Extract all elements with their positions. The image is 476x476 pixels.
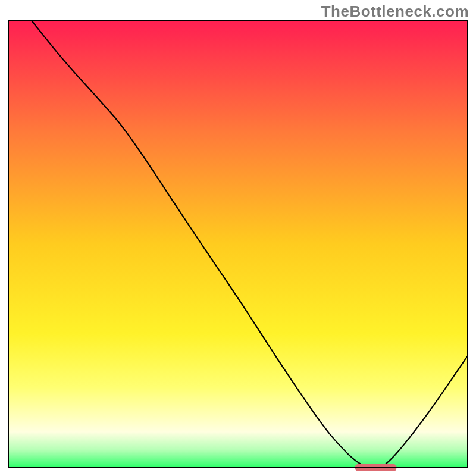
chart-canvas (0, 0, 476, 476)
plot-background (8, 20, 468, 468)
bottleneck-chart: TheBottleneck.com (0, 0, 476, 476)
